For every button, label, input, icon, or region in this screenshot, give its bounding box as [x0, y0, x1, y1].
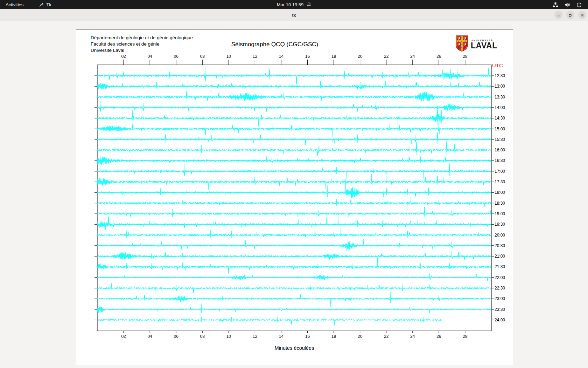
- helicorder-plot: [76, 29, 513, 366]
- minimize-button[interactable]: [554, 11, 562, 19]
- minute-tick-label-bottom: 04: [145, 334, 155, 339]
- utc-time-label: 13:00: [495, 84, 511, 89]
- utc-time-label: 14:00: [495, 105, 511, 110]
- x-axis-title: Minutes écoulées: [275, 345, 314, 351]
- utc-time-label: 22:30: [495, 286, 511, 291]
- minute-tick-label-bottom: 26: [434, 334, 444, 339]
- minimize-icon: [556, 13, 561, 17]
- volume-icon: [565, 2, 570, 7]
- utc-time-label: 17:30: [495, 179, 511, 184]
- utc-time-label: 22:00: [495, 275, 511, 280]
- minute-tick-label-bottom: 16: [302, 334, 313, 339]
- minute-tick-label-top: 20: [355, 54, 365, 59]
- utc-time-label: 15:00: [495, 127, 511, 131]
- minute-tick-label-bottom: 10: [223, 334, 234, 339]
- clock-label: Mar 10 19:59: [277, 2, 304, 7]
- utc-time-label: 18:30: [495, 201, 511, 206]
- gnome-top-bar: Activities Tk Mar 10 19:59: [0, 0, 588, 9]
- close-button[interactable]: [578, 11, 586, 19]
- app-menu-label: Tk: [46, 2, 51, 7]
- utc-time-label: 16:00: [495, 148, 511, 152]
- minute-tick-label-top: 10: [223, 54, 234, 59]
- minute-tick-label-top: 14: [276, 54, 286, 59]
- minute-tick-label-top: 18: [329, 54, 339, 59]
- utc-time-label: 13:30: [495, 95, 511, 100]
- minute-tick-label-bottom: 14: [276, 334, 286, 339]
- minute-tick-label-bottom: 20: [355, 334, 365, 339]
- utc-time-label: 18:00: [495, 190, 511, 195]
- utc-time-label: 23:00: [495, 296, 511, 301]
- minute-tick-label-bottom: 18: [329, 334, 339, 339]
- utc-time-label: 12:30: [495, 73, 511, 78]
- utc-time-label: 21:00: [495, 254, 511, 259]
- utc-time-label: 23:30: [495, 307, 511, 312]
- minute-tick-label-bottom: 06: [171, 334, 181, 339]
- window-content: Département de géologie et de génie géol…: [0, 21, 588, 368]
- minute-tick-label-top: 28: [460, 54, 470, 59]
- utc-time-label: 19:00: [495, 211, 511, 216]
- utc-time-label: 21:30: [495, 264, 511, 269]
- utc-time-label: 20:00: [495, 233, 511, 238]
- utc-time-label: 24:00: [495, 318, 511, 322]
- clock-menu[interactable]: Mar 10 19:59: [277, 0, 312, 9]
- minute-tick-label-top: 06: [171, 54, 181, 59]
- minute-tick-label-top: 02: [118, 54, 129, 59]
- app-menu-button[interactable]: Tk: [36, 0, 54, 9]
- utc-time-label: 19:30: [495, 222, 511, 227]
- power-icon: [576, 2, 582, 7]
- minute-tick-label-bottom: 24: [407, 334, 418, 339]
- window-title: tk: [0, 9, 588, 21]
- minute-tick-label-bottom: 12: [250, 334, 260, 339]
- utc-time-label: 15:30: [495, 137, 511, 142]
- maximize-button[interactable]: [566, 11, 574, 19]
- utc-time-label: 14:30: [495, 116, 511, 121]
- minute-tick-label-bottom: 22: [381, 334, 392, 339]
- tk-app-icon: [39, 2, 44, 7]
- activities-button[interactable]: Activities: [0, 0, 29, 9]
- network-icon: [553, 2, 558, 7]
- minute-tick-label-top: 08: [197, 54, 208, 59]
- seismograph-canvas: Département de géologie et de génie géol…: [76, 29, 513, 365]
- minute-tick-label-top: 16: [302, 54, 313, 59]
- maximize-icon: [568, 13, 573, 17]
- minute-tick-label-bottom: 08: [197, 334, 208, 339]
- utc-time-label: 16:30: [495, 158, 511, 163]
- minute-tick-label-top: 22: [381, 54, 392, 59]
- minute-tick-label-top: 12: [250, 54, 260, 59]
- minute-tick-label-bottom: 28: [460, 334, 470, 339]
- utc-time-label: 20:30: [495, 243, 511, 248]
- minute-tick-label-top: 26: [434, 54, 444, 59]
- minute-tick-label-bottom: 02: [118, 334, 129, 339]
- window-titlebar[interactable]: tk: [0, 9, 588, 21]
- notifications-muted-icon: [306, 2, 311, 7]
- close-icon: [580, 13, 584, 17]
- utc-time-label: 17:00: [495, 169, 511, 174]
- system-status-area[interactable]: [553, 0, 588, 9]
- minute-tick-label-top: 04: [145, 54, 155, 59]
- minute-tick-label-top: 24: [407, 54, 418, 59]
